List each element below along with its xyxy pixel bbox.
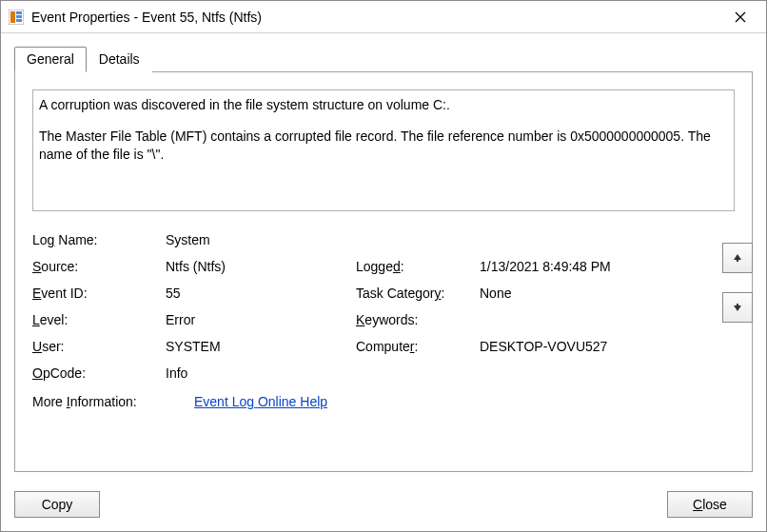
window-title: Event Properties - Event 55, Ntfs (Ntfs): [31, 10, 718, 25]
taskcat-value: None: [480, 286, 735, 301]
svg-rect-2: [16, 11, 22, 14]
svg-marker-10: [734, 305, 741, 311]
logged-label: Logged:: [356, 259, 480, 274]
opcode-label: OpCode:: [32, 365, 166, 381]
logname-label: Log Name:: [32, 232, 166, 247]
moreinfo-label: More Information:: [32, 394, 194, 409]
tab-general[interactable]: General: [14, 47, 87, 72]
close-button[interactable]: Close: [667, 491, 753, 518]
app-icon: [9, 10, 24, 25]
bottom-button-bar: Copy Close: [1, 482, 766, 531]
logged-value: 1/13/2021 8:49:48 PM: [480, 259, 735, 274]
fields-grid: Log Name: System Source: Ntfs (Ntfs) Log…: [32, 232, 735, 421]
computer-value: DESKTOP-VOVU527: [480, 339, 735, 354]
opcode-value: Info: [166, 365, 356, 381]
description-line-2: The Master File Table (MFT) contains a c…: [39, 128, 726, 164]
level-value: Error: [166, 312, 356, 327]
source-value: Ntfs (Ntfs): [166, 259, 356, 274]
user-value: SYSTEM: [166, 339, 356, 354]
svg-marker-7: [734, 254, 741, 260]
tab-strip: General Details: [14, 47, 753, 72]
user-label: User:: [32, 339, 166, 354]
svg-rect-3: [16, 15, 22, 18]
computer-label: Computer:: [356, 339, 480, 354]
eventid-value: 55: [166, 286, 356, 301]
window-close-button[interactable]: [718, 4, 762, 30]
prev-event-button[interactable]: [722, 243, 753, 273]
svg-rect-8: [737, 260, 738, 262]
logname-value: System: [166, 232, 356, 247]
nav-arrows: [722, 243, 753, 323]
tab-panel-general: A corruption was discovered in the file …: [14, 71, 753, 472]
content-area: General Details A corruption was discove…: [1, 33, 766, 482]
level-label: Level:: [32, 312, 166, 327]
titlebar: Event Properties - Event 55, Ntfs (Ntfs): [1, 1, 766, 33]
svg-rect-4: [16, 19, 22, 22]
copy-button[interactable]: Copy: [14, 491, 100, 518]
tab-details[interactable]: Details: [87, 47, 152, 72]
taskcat-label: Task Category:: [356, 286, 480, 301]
description-line-1: A corruption was discovered in the file …: [39, 96, 726, 114]
event-properties-window: Event Properties - Event 55, Ntfs (Ntfs)…: [0, 0, 767, 532]
next-event-button[interactable]: [722, 292, 753, 323]
moreinfo-link[interactable]: Event Log Online Help: [194, 394, 327, 409]
svg-rect-1: [10, 11, 15, 23]
description-box[interactable]: A corruption was discovered in the file …: [32, 89, 735, 211]
keywords-label: Keywords:: [356, 312, 480, 327]
svg-rect-9: [737, 304, 738, 305]
source-label: Source:: [32, 259, 166, 274]
eventid-label: Event ID:: [32, 286, 166, 301]
